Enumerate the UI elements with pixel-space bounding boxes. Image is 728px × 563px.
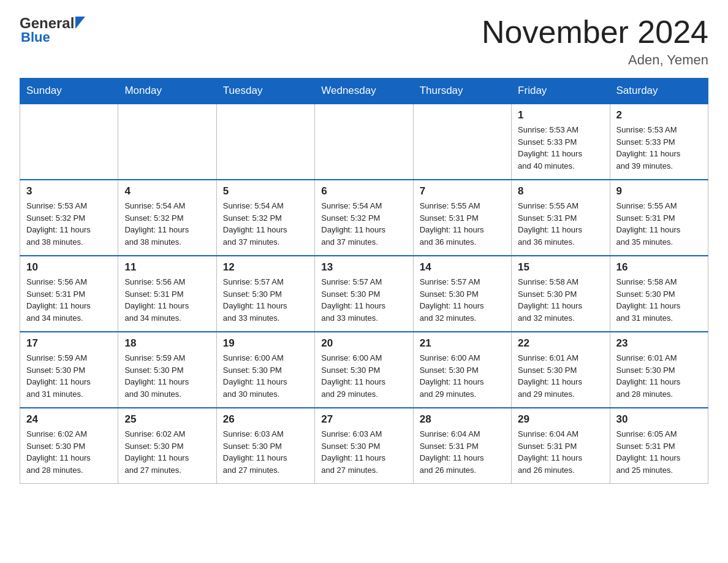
day-number: 6 [321,185,406,197]
calendar-cell: 27Sunrise: 6:03 AM Sunset: 5:30 PM Dayli… [315,408,413,484]
calendar-week-row: 3Sunrise: 5:53 AM Sunset: 5:32 PM Daylig… [20,180,708,256]
day-number: 22 [518,337,603,350]
day-number: 15 [518,261,603,274]
day-number: 25 [124,413,210,426]
calendar-cell: 22Sunrise: 6:01 AM Sunset: 5:30 PM Dayli… [512,332,610,408]
calendar-cell: 24Sunrise: 6:02 AM Sunset: 5:30 PM Dayli… [20,408,118,484]
day-number: 16 [616,261,702,274]
calendar-cell: 20Sunrise: 6:00 AM Sunset: 5:30 PM Dayli… [315,332,413,408]
calendar-subtitle: Aden, Yemen [482,52,708,68]
day-info: Sunrise: 5:58 AM Sunset: 5:30 PM Dayligh… [616,276,702,324]
day-info: Sunrise: 6:00 AM Sunset: 5:30 PM Dayligh… [223,352,308,400]
day-number: 24 [26,413,112,426]
day-number: 5 [223,185,308,197]
day-info: Sunrise: 5:54 AM Sunset: 5:32 PM Dayligh… [124,200,210,248]
day-number: 4 [124,185,210,197]
calendar-cell: 21Sunrise: 6:00 AM Sunset: 5:30 PM Dayli… [413,332,511,408]
day-info: Sunrise: 5:57 AM Sunset: 5:30 PM Dayligh… [420,276,505,324]
calendar-table: SundayMondayTuesdayWednesdayThursdayFrid… [20,78,708,484]
day-number: 30 [616,413,702,426]
day-info: Sunrise: 5:59 AM Sunset: 5:30 PM Dayligh… [124,352,210,400]
day-number: 26 [223,413,308,426]
day-info: Sunrise: 6:03 AM Sunset: 5:30 PM Dayligh… [321,428,406,476]
day-number: 12 [223,261,308,274]
calendar-cell [315,104,413,180]
day-number: 23 [616,337,702,350]
calendar-cell: 4Sunrise: 5:54 AM Sunset: 5:32 PM Daylig… [118,180,216,256]
day-number: 13 [321,261,406,274]
day-number: 21 [420,337,505,350]
day-info: Sunrise: 6:00 AM Sunset: 5:30 PM Dayligh… [321,352,406,400]
day-info: Sunrise: 5:57 AM Sunset: 5:30 PM Dayligh… [223,276,308,324]
calendar-cell: 10Sunrise: 5:56 AM Sunset: 5:31 PM Dayli… [20,256,118,332]
day-number: 9 [616,185,702,197]
column-header-sunday: Sunday [20,79,118,104]
logo: General Blue [20,15,85,45]
day-info: Sunrise: 6:02 AM Sunset: 5:30 PM Dayligh… [26,428,112,476]
calendar-cell: 16Sunrise: 5:58 AM Sunset: 5:30 PM Dayli… [610,256,708,332]
page-header: General Blue November 2024 Aden, Yemen [20,15,708,68]
calendar-cell: 25Sunrise: 6:02 AM Sunset: 5:30 PM Dayli… [118,408,216,484]
calendar-cell [216,104,314,180]
calendar-cell: 13Sunrise: 5:57 AM Sunset: 5:30 PM Dayli… [315,256,413,332]
calendar-cell: 2Sunrise: 5:53 AM Sunset: 5:33 PM Daylig… [610,104,708,180]
day-info: Sunrise: 6:04 AM Sunset: 5:31 PM Dayligh… [420,428,505,476]
column-header-wednesday: Wednesday [315,79,413,104]
day-number: 11 [124,261,210,274]
calendar-cell: 15Sunrise: 5:58 AM Sunset: 5:30 PM Dayli… [512,256,610,332]
calendar-cell: 12Sunrise: 5:57 AM Sunset: 5:30 PM Dayli… [216,256,314,332]
logo-triangle-icon [75,17,85,31]
column-header-tuesday: Tuesday [216,79,314,104]
calendar-title: November 2024 [482,15,708,50]
calendar-cell: 3Sunrise: 5:53 AM Sunset: 5:32 PM Daylig… [20,180,118,256]
day-info: Sunrise: 6:02 AM Sunset: 5:30 PM Dayligh… [124,428,210,476]
day-number: 18 [124,337,210,350]
calendar-week-row: 1Sunrise: 5:53 AM Sunset: 5:33 PM Daylig… [20,104,708,180]
calendar-cell: 14Sunrise: 5:57 AM Sunset: 5:30 PM Dayli… [413,256,511,332]
calendar-cell: 26Sunrise: 6:03 AM Sunset: 5:30 PM Dayli… [216,408,314,484]
calendar-cell: 30Sunrise: 6:05 AM Sunset: 5:31 PM Dayli… [610,408,708,484]
calendar-cell [118,104,216,180]
day-info: Sunrise: 5:54 AM Sunset: 5:32 PM Dayligh… [223,200,308,248]
day-info: Sunrise: 6:04 AM Sunset: 5:31 PM Dayligh… [518,428,603,476]
day-number: 1 [518,109,603,121]
column-header-friday: Friday [512,79,610,104]
day-info: Sunrise: 5:53 AM Sunset: 5:33 PM Dayligh… [518,124,603,172]
title-area: November 2024 Aden, Yemen [482,15,708,68]
day-number: 20 [321,337,406,350]
day-info: Sunrise: 6:03 AM Sunset: 5:30 PM Dayligh… [223,428,308,476]
calendar-week-row: 24Sunrise: 6:02 AM Sunset: 5:30 PM Dayli… [20,408,708,484]
calendar-cell: 5Sunrise: 5:54 AM Sunset: 5:32 PM Daylig… [216,180,314,256]
calendar-cell: 6Sunrise: 5:54 AM Sunset: 5:32 PM Daylig… [315,180,413,256]
day-number: 7 [420,185,505,197]
day-number: 8 [518,185,603,197]
day-number: 14 [420,261,505,274]
day-info: Sunrise: 5:55 AM Sunset: 5:31 PM Dayligh… [518,200,603,248]
day-number: 3 [26,185,112,197]
day-info: Sunrise: 5:59 AM Sunset: 5:30 PM Dayligh… [26,352,112,400]
calendar-cell [20,104,118,180]
logo-blue-text: Blue [21,29,50,45]
day-info: Sunrise: 6:05 AM Sunset: 5:31 PM Dayligh… [616,428,702,476]
calendar-cell: 8Sunrise: 5:55 AM Sunset: 5:31 PM Daylig… [512,180,610,256]
day-info: Sunrise: 5:54 AM Sunset: 5:32 PM Dayligh… [321,200,406,248]
day-info: Sunrise: 5:53 AM Sunset: 5:33 PM Dayligh… [616,124,702,172]
day-number: 17 [26,337,112,350]
day-info: Sunrise: 5:56 AM Sunset: 5:31 PM Dayligh… [124,276,210,324]
day-number: 2 [616,109,702,121]
calendar-cell: 1Sunrise: 5:53 AM Sunset: 5:33 PM Daylig… [512,104,610,180]
calendar-cell: 29Sunrise: 6:04 AM Sunset: 5:31 PM Dayli… [512,408,610,484]
svg-marker-0 [75,17,85,29]
day-info: Sunrise: 5:55 AM Sunset: 5:31 PM Dayligh… [420,200,505,248]
calendar-week-row: 10Sunrise: 5:56 AM Sunset: 5:31 PM Dayli… [20,256,708,332]
day-number: 10 [26,261,112,274]
day-info: Sunrise: 6:01 AM Sunset: 5:30 PM Dayligh… [616,352,702,400]
calendar-cell: 11Sunrise: 5:56 AM Sunset: 5:31 PM Dayli… [118,256,216,332]
day-number: 19 [223,337,308,350]
calendar-cell: 9Sunrise: 5:55 AM Sunset: 5:31 PM Daylig… [610,180,708,256]
calendar-cell: 17Sunrise: 5:59 AM Sunset: 5:30 PM Dayli… [20,332,118,408]
day-number: 28 [420,413,505,426]
day-info: Sunrise: 5:57 AM Sunset: 5:30 PM Dayligh… [321,276,406,324]
column-header-saturday: Saturday [610,79,708,104]
day-info: Sunrise: 5:55 AM Sunset: 5:31 PM Dayligh… [616,200,702,248]
